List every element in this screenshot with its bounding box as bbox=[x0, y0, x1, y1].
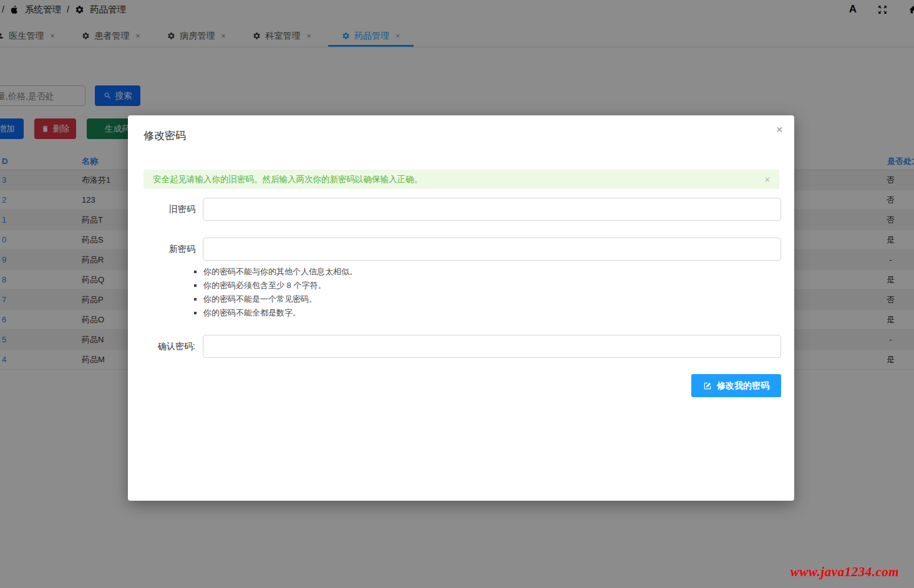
confirm-password-input[interactable] bbox=[203, 335, 781, 358]
alert-text: 安全起见请输入你的旧密码。然后输入两次你的新密码以确保输入正确。 bbox=[153, 174, 422, 185]
password-rule-item: 你的密码不能全都是数字。 bbox=[193, 306, 357, 320]
modal-title: 修改密码 bbox=[143, 128, 186, 143]
password-rule-item: 你的密码不能是一个常见密码。 bbox=[193, 292, 357, 306]
confirm-password-label: 确认密码: bbox=[128, 335, 195, 358]
old-password-field-row: 旧密码 bbox=[128, 198, 794, 221]
change-password-submit-button[interactable]: 修改我的密码 bbox=[691, 374, 781, 397]
password-hint-alert: 安全起见请输入你的旧密码。然后输入两次你的新密码以确保输入正确。 × bbox=[143, 170, 779, 189]
watermark: www.java1234.com bbox=[790, 564, 899, 580]
new-password-field-row: 新密码 bbox=[128, 238, 794, 261]
password-rules-list: 你的密码不能与你的其他个人信息太相似。你的密码必须包含至少 8 个字符。你的密码… bbox=[193, 265, 357, 320]
new-password-input[interactable] bbox=[203, 238, 781, 261]
confirm-password-field-row: 确认密码: bbox=[128, 335, 794, 358]
alert-close-icon[interactable]: × bbox=[765, 175, 770, 185]
password-rule-item: 你的密码不能与你的其他个人信息太相似。 bbox=[193, 265, 357, 279]
modal-close-icon[interactable]: × bbox=[776, 123, 783, 135]
new-password-label: 新密码 bbox=[128, 238, 195, 261]
password-rule-item: 你的密码必须包含至少 8 个字符。 bbox=[193, 279, 357, 292]
edit-icon bbox=[703, 382, 712, 390]
old-password-label: 旧密码 bbox=[128, 198, 195, 221]
app-window: / 系统管理 / 药品管理 A 医生管理×患者管理×病房管理×科室管理×药品管理… bbox=[0, 0, 914, 588]
old-password-input[interactable] bbox=[203, 198, 781, 221]
change-password-modal: 修改密码 × 安全起见请输入你的旧密码。然后输入两次你的新密码以确保输入正确。 … bbox=[128, 115, 794, 501]
